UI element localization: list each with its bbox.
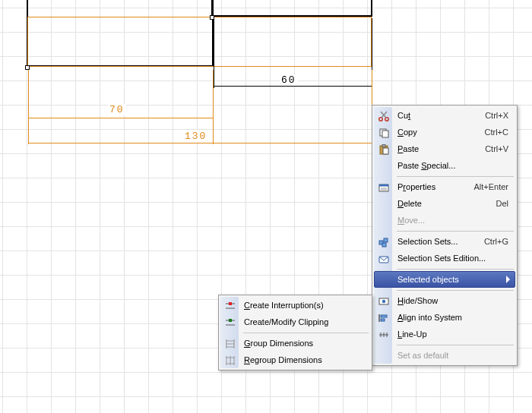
dimension-ext	[214, 18, 214, 88]
svg-rect-3	[382, 131, 388, 137]
svg-rect-29	[229, 319, 232, 322]
cut-icon	[378, 110, 390, 122]
dimension-line	[28, 143, 372, 143]
menu-item-paste-special[interactable]: Paste Special...	[374, 157, 515, 174]
svg-rect-6	[383, 148, 388, 154]
menu-item-label: Regroup Dimensions	[244, 355, 363, 364]
dimension-value: 130	[183, 131, 208, 142]
menu-item-label: Selected objects	[397, 275, 508, 284]
menu-item-selection-sets-edition[interactable]: Selection Sets Edition...	[374, 250, 515, 266]
menu-item-regroup-dimensions[interactable]: Regroup Dimensions	[220, 352, 370, 368]
svg-rect-18	[381, 315, 387, 317]
properties-icon	[378, 181, 390, 194]
svg-rect-13	[382, 243, 386, 247]
menu-item-label: Hide/Show	[397, 296, 508, 305]
menu-item-label: Group Dimensions	[244, 339, 363, 348]
menu-item-cut[interactable]: Cut Ctrl+X	[374, 107, 515, 124]
align-icon	[378, 312, 390, 324]
menu-item-label: Set as default	[397, 351, 508, 360]
selection-sets-edition-icon	[378, 253, 390, 265]
menu-item-label: Move...	[397, 216, 508, 225]
dimension-line	[214, 86, 372, 87]
menu-item-group-dimensions[interactable]: Group Dimensions	[220, 335, 370, 352]
selection-rect	[27, 17, 372, 67]
clipping-icon	[224, 317, 236, 329]
selection-sets-icon	[378, 236, 390, 248]
menu-item-delete[interactable]: Delete Del	[374, 195, 515, 212]
menu-item-shortcut: Alt+Enter	[455, 182, 508, 191]
context-menu: Cut Ctrl+X Copy Ctrl+C Paste Ctrl+V Past…	[372, 105, 518, 366]
dimension-value: 70	[108, 104, 126, 115]
menu-item-label: Align into System	[397, 313, 508, 322]
menu-item-label: Delete	[397, 199, 477, 208]
dimension-ext	[28, 70, 29, 144]
menu-item-label: Copy	[397, 128, 467, 137]
menu-item-label: Selection Sets...	[397, 237, 466, 246]
menu-item-label: Create/Modify Clipping	[244, 317, 363, 326]
menu-item-shortcut: Ctrl+C	[467, 128, 508, 137]
menu-item-selected-objects[interactable]: Selected objects	[374, 271, 515, 288]
svg-rect-8	[379, 184, 388, 187]
menu-item-copy[interactable]: Copy Ctrl+C	[374, 124, 515, 140]
dimension-ext	[213, 70, 214, 144]
menu-item-line-up[interactable]: Line-Up	[374, 326, 515, 342]
menu-item-paste[interactable]: Paste Ctrl+V	[374, 140, 515, 157]
submenu-arrow-icon	[506, 276, 510, 283]
svg-rect-19	[381, 319, 385, 321]
shape-rect	[211, 0, 372, 17]
regroup-dimensions-icon	[224, 355, 236, 367]
menu-item-set-as-default: Set as default	[374, 347, 515, 364]
menu-item-move: Move...	[374, 212, 515, 229]
hide-show-icon	[378, 295, 390, 307]
menu-item-shortcut: Ctrl+V	[467, 144, 508, 153]
submenu-selected-objects: Create Interruption(s) Create/Modify Cli…	[218, 295, 372, 370]
paste-icon	[378, 143, 390, 156]
menu-item-label: Create Interruption(s)	[244, 301, 363, 310]
svg-point-16	[382, 300, 385, 303]
menu-item-properties[interactable]: Properties Alt+Enter	[374, 178, 515, 195]
svg-rect-12	[384, 238, 388, 242]
dimension-line	[28, 118, 214, 118]
dimension-value: 60	[280, 74, 298, 86]
svg-rect-5	[382, 145, 385, 147]
menu-item-create-modify-clipping[interactable]: Create/Modify Clipping	[220, 314, 370, 330]
menu-item-label: Line-Up	[397, 329, 508, 339]
group-dimensions-icon	[224, 338, 236, 350]
menu-item-label: Cut	[397, 111, 467, 120]
menu-item-selection-sets[interactable]: Selection Sets... Ctrl+G	[374, 233, 515, 250]
copy-icon	[378, 127, 390, 139]
menu-item-shortcut: Ctrl+G	[466, 237, 508, 246]
interruption-icon	[224, 300, 236, 312]
menu-item-label: Properties	[397, 182, 455, 191]
menu-item-shortcut: Del	[477, 199, 508, 208]
menu-item-hide-show[interactable]: Hide/Show	[374, 292, 515, 309]
menu-item-label: Paste	[397, 144, 467, 153]
menu-item-shortcut: Ctrl+X	[467, 111, 508, 120]
resize-handle[interactable]	[25, 65, 30, 70]
menu-item-label: Selection Sets Edition...	[397, 254, 508, 263]
svg-rect-26	[229, 302, 232, 305]
menu-item-create-interruption[interactable]: Create Interruption(s)	[220, 297, 370, 314]
line-up-icon	[378, 329, 390, 341]
menu-item-align-into-system[interactable]: Align into System	[374, 309, 515, 326]
menu-item-label: Paste Special...	[397, 161, 508, 170]
